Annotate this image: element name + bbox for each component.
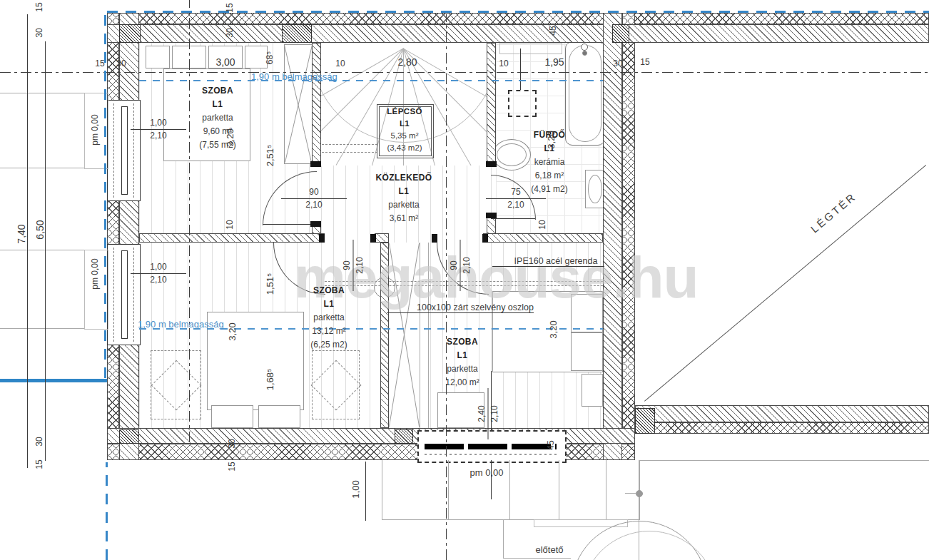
level-mark: pm 0,00 [90, 258, 100, 289]
dim-label: 10 [499, 58, 508, 68]
dim-label: 15 [225, 3, 235, 12]
dim-label: 15 [227, 462, 237, 471]
door-jamb [486, 213, 497, 218]
door-jamb [432, 234, 437, 243]
dim-label: 68⁵ [265, 51, 275, 64]
window-dim: 1,00 2,10 [140, 262, 177, 285]
dim-label: 30 [613, 58, 622, 68]
door-jamb [482, 234, 488, 243]
dim-line [27, 14, 28, 468]
bathroom-shelf [499, 43, 562, 54]
dim-line [365, 462, 366, 521]
property-line-blue [106, 462, 108, 560]
dim-label: 30 [116, 58, 126, 68]
column-leader [387, 312, 534, 313]
window-dim: 1,00 2,10 [140, 118, 177, 141]
door-jamb [370, 234, 376, 243]
interior-wall [487, 43, 496, 166]
dim-label: 15 [95, 58, 104, 68]
dim-label: 1,51⁵ [265, 273, 275, 295]
dim-label: 30 [34, 437, 44, 446]
dim-label: 1,00 [350, 480, 361, 498]
dim-label: 2,51⁵ [265, 145, 275, 167]
wall-corner-block [119, 24, 141, 43]
wall-insulation [107, 13, 929, 24]
room-label-lepcso: LÉPCSŐ L1 5,35 m² (3,43 m2) [377, 106, 432, 154]
reference-line [0, 250, 84, 250]
wall-corner-block [395, 429, 413, 444]
canopy-label: előtető [535, 544, 563, 555]
level-mark: pm 0,00 [470, 467, 504, 478]
door-jamb [486, 161, 497, 167]
room-label-szoba-3: SZOBA L1 parketta 12,00 m² [420, 335, 505, 390]
bath-faucet-icon [582, 51, 587, 56]
wall-insulation [622, 13, 635, 460]
exterior-wall [119, 13, 139, 460]
pillow [211, 405, 253, 428]
door-leaf [491, 218, 535, 219]
window [107, 244, 141, 345]
window-dim: 2,40 2,10 [477, 397, 500, 430]
french-window [417, 430, 567, 463]
dim-label: 30 [225, 28, 235, 37]
leader-line [503, 519, 504, 558]
dim-label: 7,40 [16, 224, 27, 243]
roof-window-dashed [508, 90, 537, 117]
room-label-kozlekedo: KÖZLEKEDŐ L1 parketta 3,61 m² [357, 171, 451, 225]
door-dim: 90 2,10 [342, 249, 365, 282]
headroom-line [139, 80, 603, 81]
gallery-floor-edge [639, 460, 929, 461]
door-dim: 75 2,10 [495, 187, 537, 210]
pillow [258, 405, 300, 428]
interior-wall [312, 43, 321, 166]
wall-insulation [107, 13, 119, 460]
room-label-szoba-2: SZOBA L1 parketta 13,12 m² (6,25 m2) [288, 284, 370, 352]
exterior-wall [603, 13, 622, 460]
dim-label: 45 [546, 440, 556, 449]
reference-line [0, 93, 84, 93]
pillow [571, 332, 603, 371]
bath-faucet-icon [581, 44, 588, 51]
headroom-label: 1,90 m belmagasság [138, 319, 224, 330]
section-line-blue [0, 379, 107, 382]
dim-label: 30 [227, 439, 237, 448]
beam-leader [492, 266, 604, 267]
dim-label: 6,50 [34, 220, 46, 239]
axis-line-vertical [189, 0, 190, 442]
dim-label: 2,80 [397, 56, 417, 68]
canopy-outline [382, 460, 640, 520]
leader-line [625, 493, 636, 494]
dim-label: 3,20 [546, 131, 557, 148]
dim-line [45, 41, 46, 461]
interior-wall [375, 233, 389, 243]
dim-label: 10 [335, 58, 345, 68]
leader-line [520, 49, 521, 90]
axis-line-horizontal [0, 72, 929, 73]
stair-landing-edge [322, 144, 377, 145]
reference-line [0, 328, 84, 329]
nightstand [146, 46, 170, 68]
wall-corner-block [612, 24, 629, 43]
wall-corner-block [635, 408, 655, 434]
door-dim: 90 2,10 [290, 187, 337, 210]
level-mark: pm 0,00 [90, 114, 100, 145]
wardrobe-dashed [312, 350, 360, 419]
dim-label: 3,00 [215, 56, 235, 68]
nightstand [582, 374, 603, 407]
door-jamb [310, 221, 321, 227]
wall-corner-block [282, 24, 312, 43]
downspout-dot [636, 490, 643, 497]
door-leaf [263, 224, 316, 225]
reference-line [0, 168, 84, 168]
wardrobe-dashed [151, 350, 201, 419]
railing [425, 444, 557, 449]
stair-landing-edge [322, 152, 377, 153]
dim-label: 45 [548, 26, 558, 35]
gallery-edge-wall [635, 405, 929, 422]
door-jamb [310, 161, 321, 167]
floor-plan: megahouse.hu SZOBA L1 parketta 9,60 m² (… [0, 0, 929, 560]
interior-wall [483, 233, 603, 243]
dim-label: 15 [34, 2, 44, 11]
wall-corner-block [119, 429, 139, 444]
door-dim: 90 2,10 [449, 249, 472, 282]
